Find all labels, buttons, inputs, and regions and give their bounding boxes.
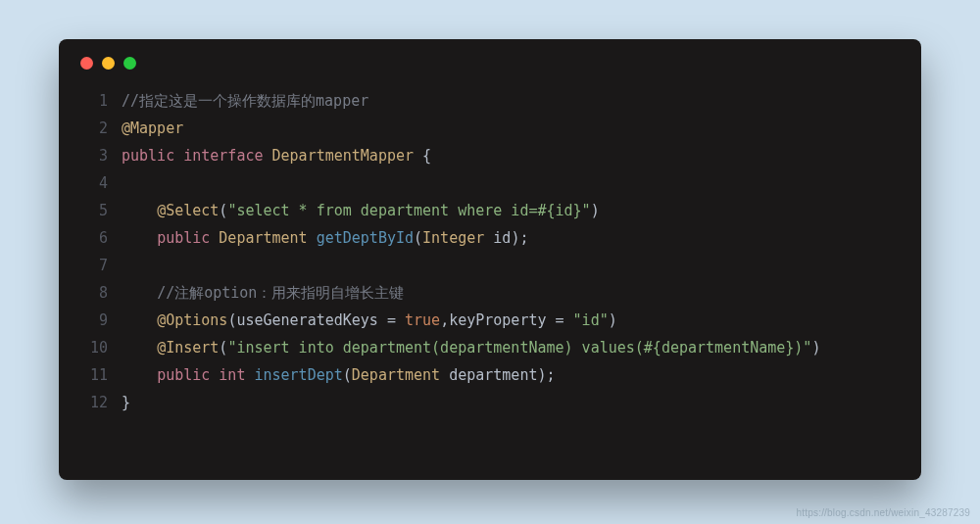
- token-kw: public: [157, 366, 210, 384]
- line-number: 2: [80, 115, 108, 142]
- token-pun: ,: [440, 311, 449, 329]
- token-txt: [440, 366, 449, 384]
- token-pun: ): [591, 202, 600, 219]
- line-content: @Select("select * from department where …: [122, 197, 600, 224]
- line-content: }: [122, 389, 130, 416]
- line-content: public int insertDept(Department departm…: [122, 361, 556, 389]
- code-line: 2@Mapper: [80, 115, 900, 142]
- token-par: department: [449, 366, 537, 384]
- token-cmt: //指定这是一个操作数据库的mapper: [122, 92, 368, 110]
- token-txt: [484, 229, 493, 247]
- token-typ: Department: [219, 229, 307, 247]
- code-line: 5 @Select("select * from department wher…: [80, 197, 900, 224]
- close-dot-icon[interactable]: [80, 57, 93, 70]
- token-txt: [308, 229, 317, 247]
- token-par: id: [493, 229, 511, 247]
- line-number: 12: [80, 389, 108, 416]
- code-line: 8 //注解option：用来指明自增长主键: [80, 279, 900, 307]
- token-kw: public: [157, 229, 210, 247]
- code-line: 1//指定这是一个操作数据库的mapper: [80, 87, 900, 115]
- line-content: @Mapper: [122, 115, 183, 142]
- line-number: 5: [80, 197, 108, 224]
- token-ann: @Select: [157, 202, 219, 219]
- watermark-text: https://blog.csdn.net/weixin_43287239: [796, 507, 970, 518]
- line-content: @Options(useGeneratedKeys = true,keyProp…: [122, 307, 617, 334]
- token-pun: ): [609, 311, 617, 329]
- line-number: 10: [80, 334, 108, 361]
- token-pun: ): [811, 339, 820, 357]
- code-line: 7: [80, 252, 900, 279]
- minimize-dot-icon[interactable]: [102, 57, 115, 70]
- line-number: 8: [80, 279, 108, 307]
- token-ann: @Insert: [157, 339, 219, 357]
- token-typ: Integer: [422, 229, 484, 247]
- token-txt: [210, 229, 219, 247]
- code-line: 10 @Insert("insert into department(depar…: [80, 334, 900, 361]
- token-txt: [378, 311, 387, 329]
- token-kw: int: [219, 366, 245, 384]
- line-content: @Insert("insert into department(departme…: [122, 334, 820, 361]
- token-txt: [122, 229, 157, 247]
- token-kw: interface: [183, 147, 263, 165]
- token-pun: =: [387, 311, 396, 329]
- token-fn: insertDept: [254, 366, 342, 384]
- token-pun: );: [537, 366, 555, 384]
- token-str: "id": [573, 311, 609, 329]
- token-pun: {: [422, 147, 431, 165]
- token-pun: =: [556, 311, 564, 329]
- line-number: 9: [80, 307, 108, 334]
- token-txt: [122, 339, 157, 357]
- token-fn: getDeptById: [317, 229, 414, 247]
- token-pun: (: [414, 229, 422, 247]
- token-ann: @Options: [157, 311, 227, 329]
- token-str: "select * from department where id=#{id}…: [227, 202, 590, 219]
- line-number: 1: [80, 87, 108, 115]
- token-txt: [547, 311, 556, 329]
- code-line: 9 @Options(useGeneratedKeys = true,keyPr…: [80, 307, 900, 334]
- code-block: 1//指定这是一个操作数据库的mapper2@Mapper3public int…: [80, 87, 900, 416]
- token-kw: public: [122, 147, 174, 165]
- code-line: 3public interface DepartmentMapper {: [80, 142, 900, 169]
- token-typ: DepartmentMapper: [272, 147, 415, 165]
- token-txt: [122, 366, 157, 384]
- token-txt: [564, 311, 573, 329]
- token-txt: [396, 311, 405, 329]
- token-ann: @Mapper: [122, 119, 183, 137]
- token-par: useGeneratedKeys: [236, 311, 378, 329]
- token-str: "insert into department(departmentName) …: [227, 339, 811, 357]
- code-line: 4: [80, 169, 900, 197]
- token-txt: [414, 147, 422, 165]
- token-par: keyProperty: [449, 311, 546, 329]
- token-txt: [122, 202, 157, 219]
- line-number: 6: [80, 224, 108, 252]
- token-lit: true: [405, 311, 440, 329]
- token-pun: }: [122, 394, 130, 411]
- code-line: 11 public int insertDept(Department depa…: [80, 361, 900, 389]
- token-txt: [210, 366, 219, 384]
- line-number: 7: [80, 252, 108, 279]
- token-txt: [174, 147, 183, 165]
- token-txt: [264, 147, 272, 165]
- token-pun: );: [511, 229, 528, 247]
- code-window: 1//指定这是一个操作数据库的mapper2@Mapper3public int…: [59, 39, 921, 480]
- token-typ: Department: [352, 366, 440, 384]
- token-txt: [122, 284, 157, 302]
- line-content: public Department getDeptById(Integer id…: [122, 224, 528, 252]
- maximize-dot-icon[interactable]: [123, 57, 136, 70]
- line-content: //指定这是一个操作数据库的mapper: [122, 87, 368, 115]
- token-pun: (: [343, 366, 352, 384]
- token-cmt: //注解option：用来指明自增长主键: [157, 284, 404, 302]
- token-txt: [122, 311, 157, 329]
- line-content: public interface DepartmentMapper {: [122, 142, 431, 169]
- code-line: 6 public Department getDeptById(Integer …: [80, 224, 900, 252]
- line-number: 3: [80, 142, 108, 169]
- line-number: 11: [80, 361, 108, 389]
- code-line: 12}: [80, 389, 900, 416]
- line-content: //注解option：用来指明自增长主键: [122, 279, 404, 307]
- line-number: 4: [80, 169, 108, 197]
- window-titlebar: [80, 57, 900, 70]
